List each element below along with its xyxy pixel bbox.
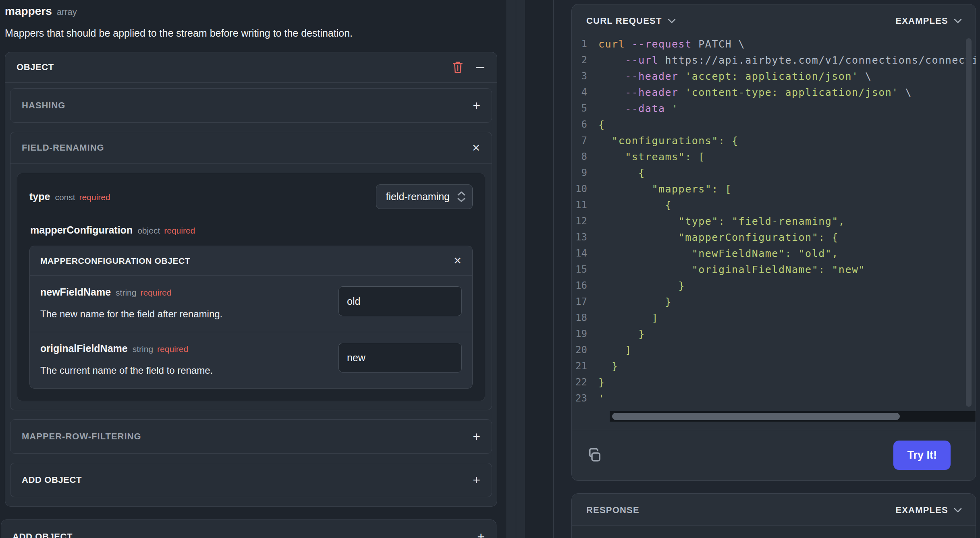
field-renaming-body: type const required field-renaming	[10, 164, 492, 410]
newfieldname-input[interactable]	[338, 286, 462, 316]
chevron-down-icon	[954, 508, 962, 513]
mapper-configuration-required-badge: required	[164, 226, 195, 236]
mapper-row-filtering-label: MAPPER-ROW-FILTERING	[22, 431, 141, 442]
newfieldname-required-badge: required	[140, 288, 171, 298]
mapper-configuration-name: mapperConfiguration	[30, 224, 133, 236]
code-line: 21 }	[572, 358, 976, 374]
mapperconfiguration-title: MAPPERCONFIGURATION OBJECT	[40, 256, 190, 266]
request-examples-label: EXAMPLES	[895, 16, 948, 26]
code-line: 20 ]	[572, 342, 976, 358]
code-horizontal-scrollbar-track	[610, 411, 976, 422]
stepper-icon	[457, 191, 466, 203]
response-title: RESPONSE	[586, 505, 639, 515]
property-type-label: array	[57, 7, 77, 17]
hashing-label: HASHING	[22, 100, 65, 111]
object-panel: OBJECT −	[5, 52, 497, 507]
close-icon: ✕	[453, 256, 462, 266]
newfieldname-kind: string	[116, 288, 136, 298]
type-select-value: field-renaming	[386, 191, 450, 203]
originalfieldname-required-badge: required	[157, 344, 188, 354]
property-title-row: mappers array	[5, 5, 497, 18]
mapperconfiguration-header: MAPPERCONFIGURATION OBJECT ✕	[30, 246, 472, 276]
hashing-accordion[interactable]: HASHING +	[10, 88, 492, 123]
schema-column: mappers array Mappers that should be app…	[0, 0, 506, 538]
copy-icon	[586, 447, 603, 464]
close-field-renaming-button[interactable]: ✕	[472, 143, 480, 153]
column-divider	[553, 0, 554, 538]
originalfieldname-row: originalFieldName string required The cu…	[30, 332, 472, 388]
code-line: 17 }	[572, 294, 976, 310]
type-kind: const	[55, 192, 75, 202]
object-panel-title: OBJECT	[17, 62, 54, 72]
mapper-configuration-row: mapperConfiguration object required	[30, 224, 473, 236]
plus-icon: +	[473, 474, 480, 486]
collapse-object-button[interactable]: −	[475, 61, 486, 74]
originalfieldname-name: originalFieldName	[40, 343, 128, 354]
code-line: 16 }	[572, 277, 976, 294]
curl-request-panel: CURL REQUEST EXAMPLES 1curl --request PA…	[571, 4, 976, 481]
field-renaming-label: FIELD-RENAMING	[22, 143, 104, 153]
code-line: 2 --url https://api.airbyte.com/v1/conne…	[572, 52, 976, 68]
type-row: type const required field-renaming	[29, 184, 473, 209]
add-object-outer-label: ADD OBJECT	[12, 532, 73, 538]
add-object-outer-button[interactable]: ADD OBJECT +	[1, 519, 496, 538]
close-mapperconfiguration-button[interactable]: ✕	[453, 256, 462, 266]
code-footer: Try It!	[572, 430, 976, 480]
response-examples-label: EXAMPLES	[895, 505, 948, 515]
field-renaming-header[interactable]: FIELD-RENAMING ✕	[10, 132, 492, 164]
code-line: 6{	[572, 116, 976, 132]
originalfieldname-kind: string	[133, 344, 153, 354]
type-required-badge: required	[79, 192, 110, 202]
add-object-inner-label: ADD OBJECT	[22, 475, 82, 485]
code-horizontal-scrollbar-thumb[interactable]	[612, 413, 900, 420]
code-line: 3 --header 'accept: application/json' \	[572, 68, 976, 84]
copy-code-button[interactable]	[586, 447, 603, 464]
code-line: 8 "streams": [	[572, 149, 976, 165]
page-title: mappers	[5, 5, 52, 18]
delete-object-button[interactable]	[451, 60, 464, 74]
property-description: Mappers that should be applied to the st…	[5, 27, 497, 39]
code-lines: 1curl --request PATCH \2 --url https://a…	[572, 36, 976, 406]
chevron-down-icon	[954, 19, 962, 23]
response-examples-dropdown[interactable]: EXAMPLES	[895, 505, 962, 515]
plus-icon: +	[473, 430, 480, 443]
add-object-inner-button[interactable]: ADD OBJECT +	[10, 463, 492, 497]
expand-hashing-button[interactable]: +	[473, 99, 480, 112]
expand-mapper-row-filtering-button[interactable]: +	[473, 430, 480, 443]
code-line: 15 "originalFieldName": "new"	[572, 261, 976, 277]
originalfieldname-input[interactable]	[338, 343, 462, 372]
mapper-row-filtering-accordion[interactable]: MAPPER-ROW-FILTERING +	[10, 419, 492, 454]
mapperconfiguration-panel: MAPPERCONFIGURATION OBJECT ✕	[29, 246, 473, 389]
object-panel-body: HASHING + FIELD-RENAMING	[5, 82, 497, 506]
try-it-button[interactable]: Try It!	[893, 441, 951, 470]
mapper-configuration-kind: object	[137, 226, 160, 236]
field-renaming-rows: type const required field-renaming	[17, 173, 485, 401]
code-line: 14 "newFieldName": "old",	[572, 245, 976, 261]
vertical-scrollbar-gutter[interactable]	[506, 0, 525, 538]
plus-icon: +	[477, 530, 485, 538]
code-line: 18 ]	[572, 310, 976, 326]
code-line: 13 "mapperConfiguration": {	[572, 229, 976, 245]
code-line: 7 "configurations": {	[572, 132, 976, 149]
code-line: 12 "type": "field-renaming",	[572, 213, 976, 229]
response-panel: RESPONSE EXAMPLES	[571, 493, 976, 538]
code-line: 5 --data '	[572, 100, 976, 116]
minus-icon: −	[475, 61, 486, 74]
newfieldname-name: newFieldName	[40, 286, 111, 298]
object-panel-header: OBJECT −	[5, 52, 497, 82]
code-line: 9 {	[572, 165, 976, 181]
request-examples-dropdown[interactable]: EXAMPLES	[895, 16, 962, 26]
curl-request-dropdown[interactable]: CURL REQUEST	[586, 16, 676, 26]
response-body	[572, 525, 976, 538]
code-line: 1curl --request PATCH \	[572, 36, 976, 52]
code-vertical-scrollbar[interactable]	[966, 38, 972, 407]
newfieldname-row: newFieldName string required The new nam…	[30, 276, 472, 332]
type-select[interactable]: field-renaming	[376, 184, 473, 209]
code-line: 22}	[572, 374, 976, 390]
code-line: 23'	[572, 390, 976, 406]
code-line: 19 }	[572, 326, 976, 342]
trash-icon	[451, 60, 464, 74]
originalfieldname-description: The current name of the field to rename.	[40, 365, 326, 376]
close-icon: ✕	[472, 143, 480, 153]
code-line: 11 {	[572, 197, 976, 213]
